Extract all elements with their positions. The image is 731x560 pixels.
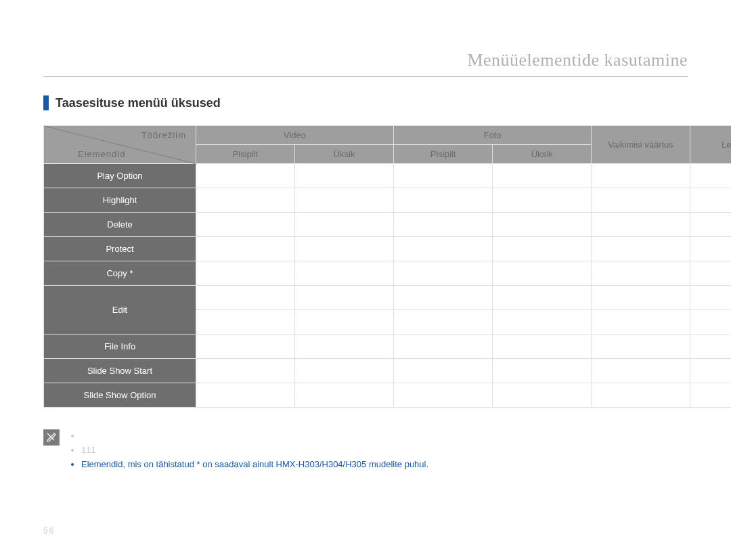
cell — [493, 286, 592, 310]
col-group-video: Video — [196, 126, 394, 145]
cell — [592, 261, 690, 286]
cell — [690, 286, 731, 310]
cell — [295, 383, 394, 408]
row-delete: Delete — [44, 213, 196, 237]
row-play-option: Play Option — [44, 164, 196, 188]
row-edit-group: Edit — [44, 286, 196, 335]
cell — [196, 188, 295, 213]
chapter-title: Menüüelementide kasutamine — [43, 50, 688, 77]
cell — [690, 383, 731, 408]
cell — [295, 286, 394, 310]
table-row: Highlight — [44, 188, 732, 213]
row-file-info: File Info — [44, 335, 196, 359]
note-pagelink[interactable]: 111 — [81, 445, 96, 455]
cell — [690, 335, 731, 359]
cell — [592, 335, 690, 359]
cell — [394, 237, 493, 261]
cell — [394, 286, 493, 310]
table-row: Copy * — [44, 261, 732, 286]
cell — [394, 188, 493, 213]
cell — [196, 164, 295, 188]
cell — [295, 335, 394, 359]
note-icon — [43, 429, 60, 446]
cell — [295, 164, 394, 188]
cell — [295, 188, 394, 213]
table-row: Edit Divide — [44, 286, 732, 310]
cell — [493, 335, 592, 359]
cell — [394, 383, 493, 408]
col-foto-thumb: Pisipilt — [394, 145, 493, 164]
section-title: Taasesituse menüü üksused — [56, 96, 221, 110]
col-default: Vaikimisi väärtus — [592, 126, 690, 164]
cell — [295, 310, 394, 335]
cell — [394, 164, 493, 188]
note-item: 111 — [81, 444, 688, 458]
cell — [690, 261, 731, 286]
cell — [592, 237, 690, 261]
cell — [394, 213, 493, 237]
table-row: Slide Show Option — [44, 383, 732, 408]
playback-menu-table: Töörežiim Elemendid Video Foto Vaikimisi… — [43, 125, 731, 408]
cell — [394, 310, 493, 335]
section-heading: Taasesituse menüü üksused — [43, 95, 688, 110]
diag-bottom-label: Elemendid — [78, 149, 125, 159]
col-group-foto: Foto — [394, 126, 592, 145]
row-slide-show-start: Slide Show Start — [44, 359, 196, 383]
cell — [493, 310, 592, 335]
cell — [196, 335, 295, 359]
cell — [196, 213, 295, 237]
cell — [394, 261, 493, 286]
table-row: Protect — [44, 237, 732, 261]
cell — [690, 188, 731, 213]
cell — [690, 164, 731, 188]
cell — [592, 188, 690, 213]
cell — [493, 164, 592, 188]
cell — [493, 261, 592, 286]
cell — [690, 237, 731, 261]
cell — [592, 359, 690, 383]
cell — [295, 359, 394, 383]
row-protect: Protect — [44, 237, 196, 261]
cell — [196, 237, 295, 261]
cell — [394, 359, 493, 383]
cell — [493, 213, 592, 237]
row-highlight: Highlight — [44, 188, 196, 213]
diag-top-label: Töörežiim — [141, 130, 186, 140]
page: Menüüelementide kasutamine Taasesituse m… — [0, 0, 731, 560]
cell — [592, 164, 690, 188]
cell — [196, 261, 295, 286]
cell — [493, 188, 592, 213]
cell — [592, 383, 690, 408]
table-row: Slide Show Start — [44, 359, 732, 383]
notes-block: 111 Elemendid, mis on tähistatud * on sa… — [43, 429, 688, 471]
cell — [295, 237, 394, 261]
cell — [493, 237, 592, 261]
cell — [493, 383, 592, 408]
table-row: Play Option — [44, 164, 732, 188]
cell — [592, 213, 690, 237]
cell — [295, 261, 394, 286]
note-item — [81, 429, 688, 444]
col-video-thumb: Pisipilt — [196, 145, 295, 164]
table-row: File Info — [44, 335, 732, 359]
cell — [690, 359, 731, 383]
notes-list: 111 Elemendid, mis on tähistatud * on sa… — [69, 429, 688, 471]
accent-bar — [43, 95, 49, 110]
note-item: Elemendid, mis on tähistatud * on saadav… — [81, 458, 688, 472]
cell — [690, 310, 731, 335]
cell — [592, 286, 690, 310]
page-number: 56 — [43, 526, 55, 536]
col-page: Lehekülg — [690, 126, 731, 164]
table-row: Delete — [44, 213, 732, 237]
col-video-single: Üksik — [295, 145, 394, 164]
row-slide-show-option: Slide Show Option — [44, 383, 196, 408]
cell — [394, 335, 493, 359]
row-copy: Copy * — [44, 261, 196, 286]
col-foto-single: Üksik — [493, 145, 592, 164]
cell — [493, 359, 592, 383]
note-text: Elemendid, mis on tähistatud * on saadav… — [81, 459, 428, 469]
cell — [592, 310, 690, 335]
cell — [196, 383, 295, 408]
diagonal-header: Töörežiim Elemendid — [44, 126, 196, 164]
cell — [295, 213, 394, 237]
